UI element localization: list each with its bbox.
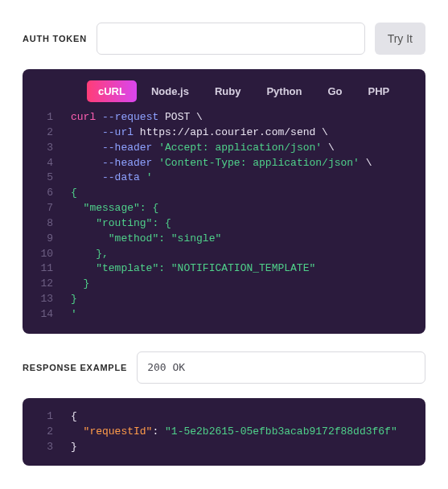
request-code-card: cURLNode.jsRubyPythonGoPHP 1234567891011… <box>23 69 425 334</box>
response-code-card: 123 { "requestId": "1-5e2b2615-05efbb3ac… <box>23 398 425 466</box>
language-tabs: cURLNode.jsRubyPythonGoPHP <box>23 80 425 110</box>
request-code-body: 1234567891011121314 curl --request POST … <box>23 110 425 323</box>
response-code-body: 123 { "requestId": "1-5e2b2615-05efbb3ac… <box>23 409 425 455</box>
tab-ruby[interactable]: Ruby <box>203 80 253 102</box>
tab-curl[interactable]: cURL <box>87 80 137 102</box>
auth-row: AUTH TOKEN Try It <box>23 23 425 55</box>
response-row: RESPONSE EXAMPLE 200 OK <box>23 351 425 384</box>
try-it-button[interactable]: Try It <box>375 23 425 55</box>
response-line-gutter: 123 <box>23 409 71 455</box>
request-code[interactable]: curl --request POST \ --url https://api.… <box>71 110 425 323</box>
auth-token-label: AUTH TOKEN <box>23 34 87 43</box>
response-status-text: 200 OK <box>147 361 185 373</box>
tab-nodejs[interactable]: Node.js <box>140 80 200 102</box>
tab-python[interactable]: Python <box>255 80 313 102</box>
response-status: 200 OK <box>137 351 425 384</box>
response-example-label: RESPONSE EXAMPLE <box>23 363 127 372</box>
tab-php[interactable]: PHP <box>357 80 401 102</box>
auth-token-input[interactable] <box>97 23 365 55</box>
tab-go[interactable]: Go <box>316 80 353 102</box>
request-line-gutter: 1234567891011121314 <box>23 110 71 323</box>
response-code[interactable]: { "requestId": "1-5e2b2615-05efbb3acab91… <box>71 409 425 455</box>
